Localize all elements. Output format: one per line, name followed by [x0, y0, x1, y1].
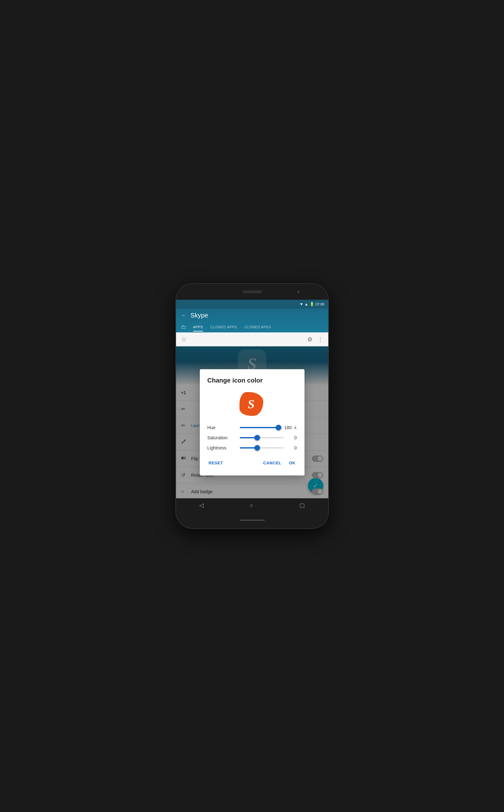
- bottom-nav: ◁ ○ ▢: [176, 498, 328, 512]
- speaker: [243, 291, 262, 293]
- bottom-bezel: [176, 512, 328, 528]
- lightness-slider-thumb[interactable]: [254, 445, 260, 451]
- gear-icon[interactable]: ⚙: [307, 336, 312, 343]
- status-time: 07:00: [316, 302, 324, 306]
- lightness-slider-row: Lightness 0: [207, 445, 297, 450]
- app-header: ← Skype 🗀 APPS CLONED APPS CLONED APKS: [176, 309, 328, 332]
- camera: [297, 291, 300, 293]
- lightness-slider-track: [240, 447, 284, 449]
- ok-button[interactable]: OK: [288, 458, 297, 468]
- lightness-label: Lightness: [207, 445, 236, 450]
- folder-icon: 🗀: [181, 322, 189, 332]
- dialog-title: Change icon color: [207, 377, 297, 384]
- hue-value: 180: [282, 425, 292, 430]
- dialog-actions: RESET CANCEL OK: [207, 458, 297, 468]
- battery-icon: 🔋: [310, 302, 314, 306]
- modal-overlay: Change icon color S Hue: [176, 346, 328, 498]
- top-bezel: [176, 284, 328, 300]
- skype-blob-shape: S: [239, 392, 263, 416]
- back-nav-button[interactable]: ◁: [199, 502, 204, 509]
- hue-slider-row: Hue 180 ∧: [207, 425, 297, 430]
- hue-label: Hue: [207, 425, 236, 430]
- skype-s-letter: S: [248, 397, 255, 411]
- saturation-slider-track: [240, 437, 284, 438]
- saturation-slider-thumb[interactable]: [254, 435, 260, 441]
- hue-chevron-icon[interactable]: ∧: [294, 425, 297, 430]
- more-options-icon[interactable]: ⋮: [317, 336, 323, 343]
- hue-slider-track: [240, 427, 278, 428]
- star-icon[interactable]: ☆: [181, 336, 187, 343]
- header-top: ← Skype: [181, 312, 323, 319]
- wifi-icon: ▼: [299, 302, 303, 306]
- cancel-button[interactable]: CANCEL: [262, 458, 283, 468]
- hue-slider-fill: [240, 427, 278, 428]
- status-bar-right: ▼ ▲ 🔋 07:00: [299, 302, 324, 306]
- tab-apps[interactable]: APPS: [189, 323, 207, 331]
- toolbar-row: ☆ ⚙ ⋮: [176, 332, 328, 346]
- saturation-slider-row: Saturation 0: [207, 435, 297, 440]
- reset-button[interactable]: RESET: [207, 458, 225, 468]
- phone-frame: ▼ ▲ 🔋 07:00 ← Skype 🗀 APPS CLONED APPS: [176, 284, 328, 528]
- tab-cloned-apks[interactable]: CLONED APKS: [241, 323, 275, 331]
- hue-slider-thumb[interactable]: [276, 425, 281, 430]
- status-bar: ▼ ▲ 🔋 07:00: [176, 300, 328, 309]
- signal-icon: ▲: [304, 302, 308, 306]
- skype-icon-preview: S: [207, 390, 297, 417]
- app-title: Skype: [191, 312, 208, 319]
- home-indicator: [239, 520, 265, 521]
- saturation-label: Saturation: [207, 435, 236, 440]
- saturation-value: 0: [287, 435, 297, 440]
- home-nav-button[interactable]: ○: [250, 502, 253, 509]
- app-content: S ✓ +1 ✏ ✏ Laun: [176, 346, 328, 498]
- change-icon-color-dialog: Change icon color S Hue: [200, 369, 304, 475]
- lightness-value: 0: [287, 445, 297, 450]
- recent-nav-button[interactable]: ▢: [299, 502, 305, 509]
- tab-cloned-apps[interactable]: CLONED APPS: [207, 323, 241, 331]
- tabs: 🗀 APPS CLONED APPS CLONED APKS: [181, 322, 323, 332]
- phone-screen: ▼ ▲ 🔋 07:00 ← Skype 🗀 APPS CLONED APPS: [176, 300, 328, 512]
- back-button[interactable]: ←: [181, 312, 187, 319]
